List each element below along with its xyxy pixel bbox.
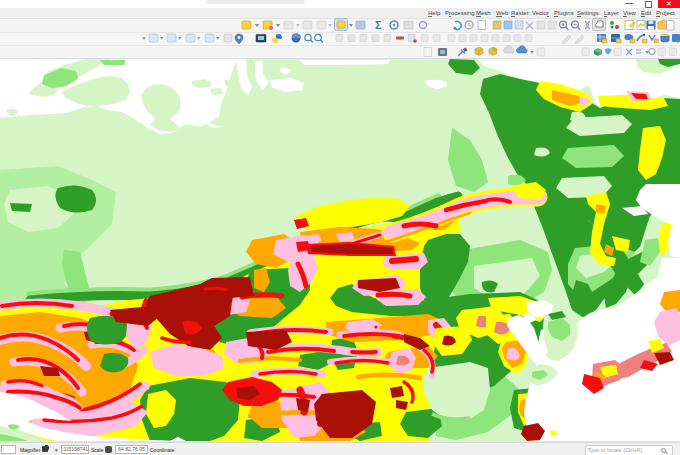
svg-text:Σ: Σ [375, 19, 382, 31]
